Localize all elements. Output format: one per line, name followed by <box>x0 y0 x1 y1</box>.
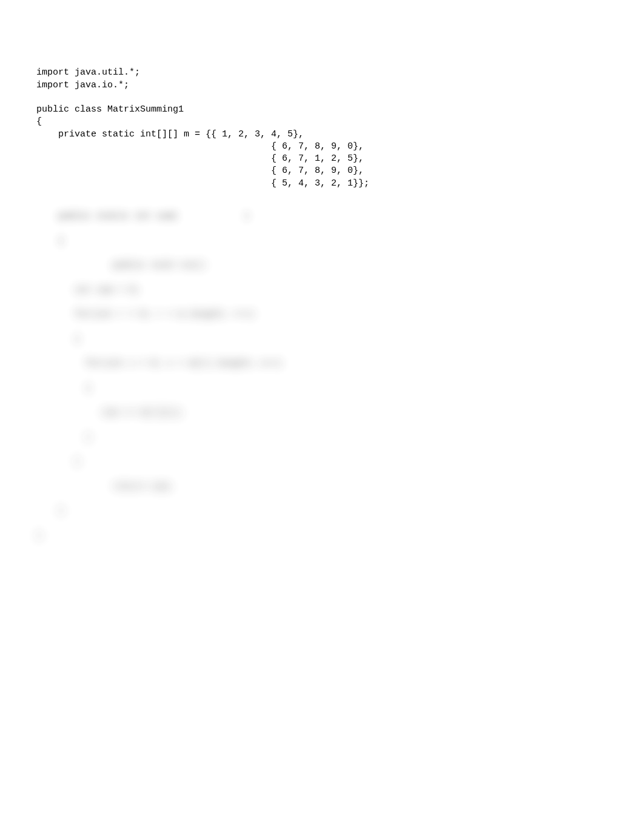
blurred-code-block: public static int sum( ) { public void r… <box>36 198 644 554</box>
code-line: public class MatrixSumming1 <box>36 104 184 115</box>
code-line: { 6, 7, 8, 9, 0}, <box>36 141 364 152</box>
blurred-line: public void run() <box>36 260 644 272</box>
blurred-line: return sum; <box>36 481 644 493</box>
blurred-line: } <box>36 505 644 517</box>
code-line: { 5, 4, 3, 2, 1}}; <box>36 178 369 189</box>
blurred-line: } <box>36 530 644 542</box>
blurred-line: public static int sum( ) <box>36 210 644 223</box>
blurred-line: { <box>36 334 644 346</box>
blurred-line: } <box>36 432 644 444</box>
blurred-line: for(int r = 0; r < m.length; r++) <box>36 309 644 321</box>
blurred-line: sum += m[r][c]; <box>36 407 644 419</box>
code-line: { 6, 7, 1, 2, 5}, <box>36 153 364 164</box>
blurred-line: } <box>36 456 644 468</box>
code-line: import java.util.*; <box>36 67 140 78</box>
code-block: import java.util.*; import java.io.*; pu… <box>36 55 644 190</box>
blurred-line: int sum = 0; <box>36 284 644 297</box>
code-line: private static int[][] m = {{ 1, 2, 3, 4… <box>36 129 304 139</box>
blurred-line: { <box>36 383 644 395</box>
code-line: { 6, 7, 8, 9, 0}, <box>36 166 364 176</box>
code-line: import java.io.*; <box>36 80 129 90</box>
code-line: { <box>36 116 42 127</box>
blurred-line: { <box>36 235 644 247</box>
blurred-line: for(int c = 0; c < m[r].length; c++) <box>36 358 644 370</box>
